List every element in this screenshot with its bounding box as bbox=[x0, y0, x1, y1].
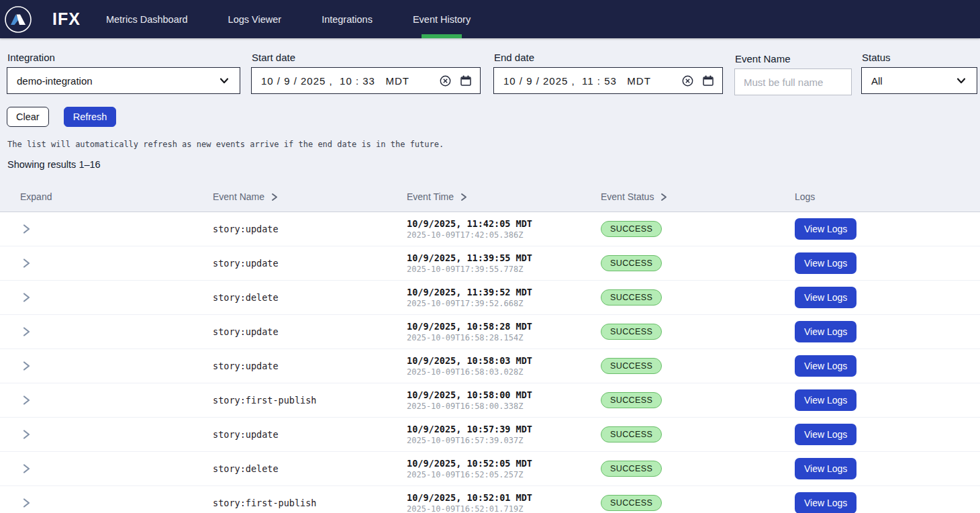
view-logs-button[interactable]: View Logs bbox=[795, 252, 856, 274]
logs-cell: View Logs bbox=[795, 492, 980, 513]
event-time-cell: 10/9/2025, 10:58:03 MDT 2025-10-09T16:58… bbox=[407, 355, 601, 377]
status-badge: SUCCESS bbox=[601, 495, 662, 511]
event-time-local: 10/9/2025, 10:58:03 MDT bbox=[407, 355, 601, 367]
event-time-cell: 10/9/2025, 11:42:05 MDT 2025-10-09T17:42… bbox=[407, 218, 601, 240]
event-name-cell: story:update bbox=[213, 326, 407, 337]
nav-tab[interactable]: Metrics Dashboard bbox=[106, 0, 188, 38]
view-logs-button[interactable]: View Logs bbox=[795, 287, 856, 308]
filter-actions: Clear Refresh bbox=[0, 107, 980, 127]
sort-chevron-icon bbox=[270, 193, 279, 201]
chevron-down-icon bbox=[955, 75, 967, 87]
logs-cell: View Logs bbox=[795, 252, 980, 274]
expand-row-button[interactable] bbox=[20, 394, 32, 406]
event-table: Expand Event Name Event Time Event Statu… bbox=[0, 181, 980, 513]
view-logs-button[interactable]: View Logs bbox=[795, 458, 856, 479]
status-badge: SUCCESS bbox=[601, 255, 662, 271]
nav-tab[interactable]: Logs Viewer bbox=[228, 0, 282, 38]
integration-select[interactable]: demo-integration bbox=[7, 67, 240, 94]
chevron-right-icon bbox=[20, 223, 32, 235]
start-date-calendar-button[interactable] bbox=[460, 75, 472, 87]
status-value: All bbox=[871, 75, 883, 87]
expand-row-button[interactable] bbox=[20, 291, 32, 304]
event-status-cell: SUCCESS bbox=[601, 426, 795, 442]
start-date-clear-button[interactable] bbox=[440, 75, 451, 87]
event-status-cell: SUCCESS bbox=[601, 221, 795, 237]
column-header-expand-label: Expand bbox=[20, 191, 52, 202]
clear-button[interactable]: Clear bbox=[7, 107, 49, 127]
nav-tab[interactable]: Event History bbox=[413, 0, 471, 38]
view-logs-button[interactable]: View Logs bbox=[795, 492, 856, 513]
expand-row-button[interactable] bbox=[20, 326, 32, 338]
event-time-cell: 10/9/2025, 10:58:00 MDT 2025-10-09T16:58… bbox=[407, 389, 601, 412]
nav-tab[interactable]: Integrations bbox=[322, 0, 373, 38]
table-row: story:delete 10/9/2025, 11:39:52 MDT 202… bbox=[0, 281, 980, 314]
calendar-icon bbox=[460, 75, 472, 87]
column-header-logs-label: Logs bbox=[795, 191, 815, 202]
expand-row-button[interactable] bbox=[20, 360, 32, 372]
view-logs-button[interactable]: View Logs bbox=[795, 355, 856, 377]
refresh-button[interactable]: Refresh bbox=[64, 107, 117, 127]
chevron-right-icon bbox=[20, 257, 32, 269]
table-row: story:update 10/9/2025, 10:58:03 MDT 202… bbox=[0, 349, 980, 383]
end-date-label: End date bbox=[493, 52, 723, 63]
start-date-value: 10 / 9 / 2025 , 10 : 33 MDT bbox=[261, 75, 409, 87]
results-summary: Showing results 1–16 bbox=[0, 159, 980, 170]
status-select[interactable]: All bbox=[861, 67, 977, 94]
logs-cell: View Logs bbox=[795, 458, 980, 479]
event-time-cell: 10/9/2025, 10:52:01 MDT 2025-10-09T16:52… bbox=[407, 492, 601, 513]
view-logs-button[interactable]: View Logs bbox=[795, 424, 856, 445]
logs-cell: View Logs bbox=[795, 355, 980, 377]
sort-chevron-icon bbox=[459, 193, 468, 201]
logs-cell: View Logs bbox=[795, 287, 980, 308]
end-date-clear-button[interactable] bbox=[682, 75, 693, 87]
nav-tabs: Metrics Dashboard Logs Viewer Integratio… bbox=[106, 0, 511, 38]
event-name-label: Event Name bbox=[734, 54, 852, 64]
event-status-cell: SUCCESS bbox=[601, 461, 795, 477]
event-name-cell: story:update bbox=[213, 258, 407, 269]
table-header-row: Expand Event Name Event Time Event Statu… bbox=[0, 181, 980, 212]
logs-cell: View Logs bbox=[795, 321, 980, 342]
column-header-event-name[interactable]: Event Name bbox=[213, 191, 407, 202]
event-time-cell: 10/9/2025, 10:58:28 MDT 2025-10-09T16:58… bbox=[407, 320, 601, 343]
event-time-iso: 2025-10-09T16:58:28.154Z bbox=[407, 332, 601, 343]
event-time-local: 10/9/2025, 10:52:05 MDT bbox=[407, 457, 601, 469]
start-date-input[interactable]: 10 / 9 / 2025 , 10 : 33 MDT bbox=[251, 67, 481, 94]
event-time-local: 10/9/2025, 11:42:05 MDT bbox=[407, 218, 601, 230]
status-badge: SUCCESS bbox=[601, 358, 662, 374]
calendar-icon bbox=[702, 75, 714, 87]
event-time-iso: 2025-10-09T16:58:00.338Z bbox=[407, 401, 601, 412]
sort-chevron-icon bbox=[659, 193, 668, 201]
status-badge: SUCCESS bbox=[601, 221, 662, 237]
brand-logo-icon bbox=[4, 5, 32, 34]
event-name-cell: story:update bbox=[213, 361, 407, 371]
event-time-local: 10/9/2025, 11:39:52 MDT bbox=[407, 286, 601, 298]
column-header-event-time-label: Event Time bbox=[407, 191, 454, 202]
chevron-down-icon bbox=[218, 75, 230, 87]
view-logs-button[interactable]: View Logs bbox=[795, 218, 856, 240]
end-date-calendar-button[interactable] bbox=[702, 75, 714, 87]
expand-row-button[interactable] bbox=[20, 428, 32, 440]
table-body: story:update 10/9/2025, 11:42:05 MDT 202… bbox=[0, 212, 980, 513]
chevron-right-icon bbox=[20, 463, 32, 475]
event-time-cell: 10/9/2025, 10:57:39 MDT 2025-10-09T16:57… bbox=[407, 423, 601, 446]
view-logs-button[interactable]: View Logs bbox=[795, 321, 856, 342]
expand-row-button[interactable] bbox=[20, 463, 32, 475]
table-row: story:update 10/9/2025, 11:39:55 MDT 202… bbox=[0, 246, 980, 280]
column-header-event-time[interactable]: Event Time bbox=[407, 191, 601, 202]
expand-row-button[interactable] bbox=[20, 257, 32, 269]
column-header-event-status[interactable]: Event Status bbox=[601, 191, 795, 202]
event-name-input[interactable] bbox=[735, 69, 851, 95]
view-logs-button[interactable]: View Logs bbox=[795, 389, 856, 411]
expand-row-button[interactable] bbox=[20, 497, 32, 509]
top-navbar: IFX Metrics Dashboard Logs Viewer Integr… bbox=[0, 0, 980, 38]
auto-refresh-note: The list will automatically refresh as n… bbox=[0, 140, 980, 149]
chevron-right-icon bbox=[20, 497, 32, 509]
expand-row-button[interactable] bbox=[20, 223, 32, 235]
end-date-input[interactable]: 10 / 9 / 2025 , 11 : 53 MDT bbox=[493, 67, 723, 94]
chevron-right-icon bbox=[20, 291, 32, 304]
brand-logo[interactable] bbox=[4, 5, 32, 34]
event-time-cell: 10/9/2025, 10:52:05 MDT 2025-10-09T16:52… bbox=[407, 457, 601, 480]
event-status-cell: SUCCESS bbox=[601, 255, 795, 271]
logs-cell: View Logs bbox=[795, 218, 980, 240]
status-badge: SUCCESS bbox=[601, 461, 662, 477]
